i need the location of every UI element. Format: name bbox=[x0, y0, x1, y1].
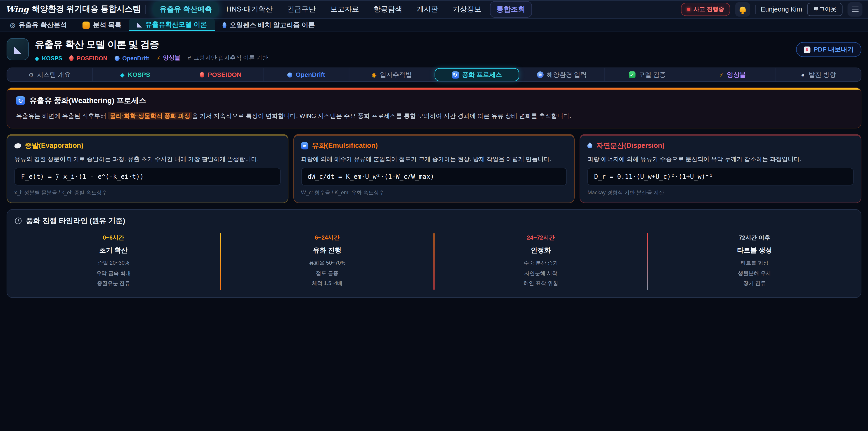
red-dot-icon bbox=[200, 72, 205, 77]
menu-button[interactable] bbox=[847, 2, 862, 17]
nav-item-integrated-search[interactable]: 통합조회 bbox=[490, 1, 532, 18]
formula-caption: Mackay 경험식 기반 분산율 계산 bbox=[587, 189, 854, 196]
header-note: 라그랑지안 입자추적 이론 기반 bbox=[188, 54, 268, 62]
badge-label: OpenDrift bbox=[122, 55, 149, 61]
model-tab-label: 발전 방향 bbox=[809, 70, 836, 79]
model-tab-kosps[interactable]: ◆ KOSPS bbox=[92, 68, 178, 81]
pdf-export-button[interactable]: ⇩ PDF 내보내기 bbox=[796, 42, 861, 57]
model-tab-ensemble[interactable]: ⚡ 앙상블 bbox=[690, 68, 775, 81]
weathering-description: 유출유는 해면에 유출된 직후부터 물리·화학·생물학적 풍화 과정을 거쳐 지… bbox=[16, 111, 852, 120]
timeline-stage-initial-spread: 0~6시간 초기 확산 증발 20~30% 유막 급속 확대 중질유분 잔류 bbox=[7, 233, 220, 290]
model-tab-system-overview[interactable]: ⚙ 시스템 개요 bbox=[7, 68, 92, 81]
subtab-spill-analysis[interactable]: ◎ 유출유 확산분석 bbox=[2, 19, 75, 31]
stage-time: 24~72시간 bbox=[438, 234, 644, 242]
stage-item: 자연분해 시작 bbox=[438, 268, 644, 278]
gear-icon: ⚙ bbox=[29, 72, 34, 78]
dispersion-card: 자연분산(Dispersion) 파랑 에너지에 의해 유류가 수중으로 분산되… bbox=[580, 133, 862, 203]
stage-item: 유막 급속 확대 bbox=[11, 268, 217, 278]
card-title-row: 증발(Evaporation) bbox=[14, 141, 281, 150]
badge-ensemble: ⚡ 앙상블 bbox=[156, 54, 180, 62]
badge-label: KOSPS bbox=[42, 55, 62, 61]
model-tab-weathering-process[interactable]: ↻ 풍화 프로세스 bbox=[434, 68, 519, 81]
model-tab-particle-tracking[interactable]: ◉ 입자추적법 bbox=[349, 68, 434, 81]
weathering-timeline-card: 풍화 진행 타임라인 (원유 기준) 0~6시간 초기 확산 증발 20~30%… bbox=[6, 209, 861, 298]
card-description: 유류의 경질 성분이 대기로 증발하는 과정. 유출 초기 수시간 내에 가장 … bbox=[14, 155, 281, 163]
timeline-stage-stabilization: 24~72시간 안정화 수중 분산 증가 자연분해 시작 해안 표착 위험 bbox=[434, 233, 647, 290]
nav-item-hns-air-diffusion[interactable]: HNS·대기확산 bbox=[220, 1, 279, 17]
diamond-icon: ◆ bbox=[120, 72, 125, 78]
page-title-group: 유출유 확산 모델 이론 및 검증 ◆ KOSPS POSEIDON OpenD… bbox=[35, 38, 268, 62]
timeline-title-row: 풍화 진행 타임라인 (원유 기준) bbox=[7, 216, 861, 226]
divider bbox=[755, 5, 756, 13]
stage-items: 증발 20~30% 유막 급속 확대 중질유분 잔류 bbox=[11, 258, 217, 289]
card-title-row: 자연분산(Dispersion) bbox=[587, 141, 854, 150]
wave-icon: ≈ bbox=[301, 142, 308, 149]
user-name: Eunjeong Kim bbox=[761, 5, 802, 13]
stage-item: 중질유분 잔류 bbox=[11, 278, 217, 288]
stage-items: 타르볼 형성 생물분해 우세 장기 잔류 bbox=[651, 258, 857, 289]
model-tab-label: 시스템 개요 bbox=[37, 70, 71, 79]
brand[interactable]: Wing 해양환경 위기대응 통합시스템 bbox=[5, 4, 141, 14]
logout-button[interactable]: 로그아웃 bbox=[807, 2, 843, 16]
compass-icon: ◉ bbox=[372, 72, 377, 78]
navbar-right: 사고 진행중 Eunjeong Kim 로그아웃 bbox=[681, 2, 863, 17]
subtab-label: 유출유 확산분석 bbox=[19, 20, 67, 30]
model-tab-future-direction[interactable]: ➤ 발전 방향 bbox=[775, 68, 861, 81]
stage-item: 장기 잔류 bbox=[651, 278, 857, 288]
triangle-ruler-icon: ◣ bbox=[14, 43, 21, 55]
stage-item: 수중 분산 증가 bbox=[438, 258, 644, 268]
sub-tab-bar: ◎ 유출유 확산분석 ≡ 분석 목록 ◣ 유출유확산모델 이론 오일펜스 배치 … bbox=[0, 19, 868, 31]
formula-caption: W_c: 함수율 / K_em: 유화 속도상수 bbox=[301, 189, 567, 196]
card-title: 증발(Evaporation) bbox=[25, 141, 84, 150]
card-description: 파랑 에너지에 의해 유류가 수중으로 분산되어 유막 두께가 감소하는 과정입… bbox=[587, 155, 854, 163]
model-tab-label: 모델 검증 bbox=[639, 70, 666, 79]
blue-dot-icon bbox=[115, 56, 120, 61]
subtab-oil-fence-theory[interactable]: 오일펜스 배치 알고리즘 이론 bbox=[215, 19, 323, 31]
stage-items: 수중 분산 증가 자연분해 시작 해안 표착 위험 bbox=[438, 258, 644, 289]
model-tab-opendrift[interactable]: OpenDrift bbox=[263, 68, 348, 81]
nav-item-aerial-search[interactable]: 항공탐색 bbox=[367, 1, 408, 17]
description-text: 을 거쳐 지속적으로 특성이 변화합니다. WING 시스템은 주요 풍화 프로… bbox=[192, 112, 571, 119]
stage-items: 유화율 50~70% 점도 급증 체적 1.5~4배 bbox=[224, 258, 430, 289]
nav-item-emergency-rescue[interactable]: 긴급구난 bbox=[281, 1, 322, 17]
model-tab-label: 해양환경 입력 bbox=[547, 70, 587, 79]
model-tab-label: OpenDrift bbox=[296, 71, 325, 78]
timeline-stage-emulsification: 6~24시간 유화 진행 유화율 50~70% 점도 급증 체적 1.5~4배 bbox=[221, 233, 433, 290]
nav-item-reports[interactable]: 보고자료 bbox=[324, 1, 365, 17]
weathering-section-title: 유출유 풍화(Weathering) 프로세스 bbox=[29, 96, 146, 106]
stage-name: 유화 진행 bbox=[224, 246, 430, 255]
nav-item-board[interactable]: 게시판 bbox=[410, 1, 444, 17]
clipboard-icon: ≡ bbox=[83, 21, 90, 29]
card-title: 자연분산(Dispersion) bbox=[596, 141, 664, 150]
diamond-icon: ◆ bbox=[35, 55, 39, 61]
card-title: 유화(Emulsification) bbox=[312, 141, 378, 150]
subtab-label: 오일펜스 배치 알고리즘 이론 bbox=[230, 20, 315, 30]
stage-name: 초기 확산 bbox=[11, 246, 217, 255]
rocket-icon: ➤ bbox=[799, 71, 807, 79]
app-root: Wing 해양환경 위기대응 통합시스템 유출유 확산예측 HNS·대기확산 긴… bbox=[0, 0, 868, 431]
model-tab-ocean-env-input[interactable]: ≈ 해양환경 입력 bbox=[519, 68, 604, 81]
timeline-stages-row: 0~6시간 초기 확산 증발 20~30% 유막 급속 확대 중질유분 잔류 6… bbox=[7, 233, 861, 290]
triangle-ruler-icon: ◣ bbox=[137, 21, 142, 28]
model-tab-model-validation[interactable]: ✓ 모델 검증 bbox=[604, 68, 690, 81]
nav-item-oil-spill-prediction[interactable]: 유출유 확산예측 bbox=[153, 1, 218, 17]
model-tab-label: 입자추적법 bbox=[380, 70, 412, 79]
stage-time: 72시간 이후 bbox=[651, 234, 857, 242]
brand-title: 해양환경 위기대응 통합시스템 bbox=[32, 4, 141, 14]
stage-item: 유화율 50~70% bbox=[224, 258, 430, 268]
model-tab-poseidon[interactable]: POSEIDON bbox=[178, 68, 263, 81]
subtab-label: 유출유확산모델 이론 bbox=[145, 20, 207, 29]
pdf-export-label: PDF 내보내기 bbox=[814, 45, 854, 54]
microscope-icon: ◎ bbox=[10, 21, 16, 29]
stage-time: 6~24시간 bbox=[224, 234, 430, 242]
main-nav: 유출유 확산예측 HNS·대기확산 긴급구난 보고자료 항공탐색 게시판 기상정… bbox=[153, 1, 532, 18]
stage-item: 증발 20~30% bbox=[11, 258, 217, 268]
stage-item: 타르볼 형성 bbox=[651, 258, 857, 268]
formula-caption: x_i: 성분별 몰분율 / k_ei: 증발 속도상수 bbox=[14, 189, 281, 196]
lightning-icon: ⚡ bbox=[156, 55, 160, 61]
subtab-model-theory[interactable]: ◣ 유출유확산모델 이론 bbox=[129, 19, 215, 31]
notification-button[interactable] bbox=[735, 2, 750, 17]
nav-item-weather-info[interactable]: 기상정보 bbox=[446, 1, 487, 17]
evaporation-icon bbox=[14, 143, 22, 149]
subtab-analysis-list[interactable]: ≡ 분석 목록 bbox=[74, 19, 129, 31]
